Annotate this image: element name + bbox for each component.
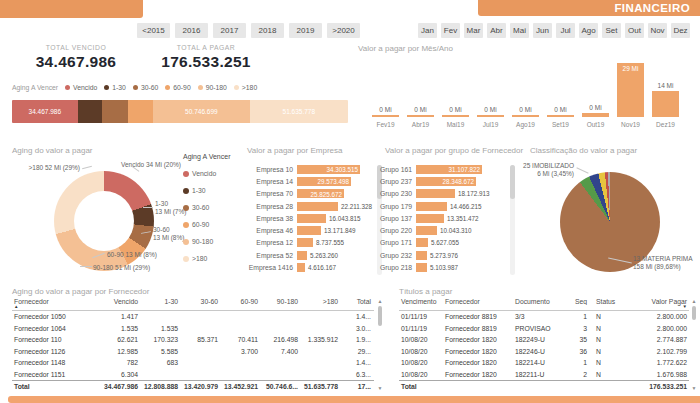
donut-legend-item-90-180[interactable]: 90-180 — [183, 233, 230, 250]
table-row[interactable]: Fornecedor 11516.3046.3... — [12, 369, 374, 381]
bar-Empresa 14[interactable]: 29.573.498 — [297, 177, 351, 186]
donut-legend-item->180[interactable]: >180 — [183, 250, 230, 267]
bar-Fev19[interactable] — [372, 115, 399, 117]
bar-Jul19[interactable] — [477, 115, 504, 117]
year-filter-2018[interactable]: 2018 — [251, 23, 284, 38]
month-filter-Nov[interactable]: Nov — [648, 23, 667, 38]
stacked-segment-30-60[interactable] — [102, 100, 128, 123]
month-filter-Dez[interactable]: Dez — [671, 23, 690, 38]
stacked-segment-1-30[interactable] — [78, 100, 102, 123]
grupo-chart-scrollbar[interactable] — [510, 165, 515, 275]
bar-Empresa 38[interactable] — [297, 214, 326, 223]
month-filter-Mai[interactable]: Mai — [510, 23, 529, 38]
valor-empresa-row-Empresa 46[interactable]: Empresa 4613.171.849 — [240, 224, 380, 236]
valor-grupo-fornecedor-row-Grupo 161[interactable]: Grupo 16131.107.822 — [380, 163, 516, 175]
bar-Dez19[interactable] — [652, 91, 679, 117]
valor-empresa-row-Empresa 12[interactable]: Empresa 128.737.555 — [240, 237, 380, 249]
column-header-Documento[interactable]: Documento — [513, 298, 569, 305]
valor-empresa-row-Empresa 38[interactable]: Empresa 3816.043.815 — [240, 212, 380, 224]
valor-empresa-row-Empresa 52[interactable]: Empresa 525.263.260 — [240, 249, 380, 261]
column-header-Total[interactable]: Total — [340, 298, 373, 305]
bar-Mai19[interactable] — [442, 115, 469, 117]
month-filter-Jul[interactable]: Jul — [556, 23, 575, 38]
bar-Empresa 70[interactable]: 25.825.672 — [297, 189, 344, 198]
bar-Empresa 28[interactable] — [297, 202, 338, 211]
bar-Abr19[interactable] — [407, 115, 434, 117]
bar-Grupo 232[interactable] — [416, 251, 427, 260]
donut-legend-item-60-90[interactable]: 60-90 — [183, 216, 230, 233]
bar-Grupo 171[interactable] — [416, 238, 428, 247]
valor-empresa-row-Empresa 70[interactable]: Empresa 7025.825.672 — [240, 188, 380, 200]
table-row[interactable]: Fornecedor 11062.621170.32385.37170.4112… — [12, 334, 374, 346]
column-header-Vencido[interactable]: Vencido — [100, 298, 140, 305]
table-row[interactable]: Fornecedor 10501.4171.4... — [12, 311, 374, 323]
month-filter-Ago[interactable]: Ago — [579, 23, 598, 38]
month-filter-Set[interactable]: Set — [602, 23, 621, 38]
year-filter-2017[interactable]: 2017 — [213, 23, 246, 38]
valor-empresa-row-Empresa 28[interactable]: Empresa 2822.211.328 — [240, 200, 380, 212]
year-filter-2019[interactable]: 2019 — [289, 23, 322, 38]
column-header-60-90[interactable]: 60-90 — [220, 298, 260, 305]
table-row[interactable]: 10/08/20Fornecedor 1820182249-U35N2.774.… — [399, 334, 689, 346]
month-filter-Abr[interactable]: Abr — [487, 23, 506, 38]
valor-grupo-fornecedor-row-Grupo 230[interactable]: Grupo 23018.172.913 — [380, 188, 516, 200]
year-filter-2016[interactable]: 2016 — [175, 23, 208, 38]
bar-Out19[interactable] — [582, 113, 609, 117]
valor-grupo-fornecedor-row-Grupo 179[interactable]: Grupo 17914.466.215 — [380, 200, 516, 212]
bar-Grupo 237[interactable]: 28.348.672 — [416, 177, 476, 186]
donut-legend-item-30-60[interactable]: 30-60 — [183, 199, 230, 216]
valor-empresa-row-Empresa 14[interactable]: Empresa 1429.573.498 — [240, 175, 380, 187]
bar-Empresa 46[interactable] — [297, 226, 321, 235]
donut-legend-item-Vencido[interactable]: Vencido — [183, 165, 230, 182]
table-row[interactable]: 10/08/20Fornecedor 1820182214-U1N1.772.6… — [399, 357, 689, 369]
bar-Empresa 12[interactable] — [297, 238, 313, 247]
table-row[interactable]: Fornecedor 10641.5351.5353.0... — [12, 323, 374, 335]
column-header-1-30[interactable]: 1-30 — [140, 298, 180, 305]
column-header-30-60[interactable]: 30-60 — [180, 298, 220, 305]
valor-empresa-row-Empresa 1416[interactable]: Empresa 14164.616.167 — [240, 261, 380, 273]
year-filter->2020[interactable]: >2020 — [327, 23, 360, 38]
bar-Empresa 10[interactable]: 34.303.515 — [297, 165, 360, 174]
scroll-down-icon[interactable]: ▼ — [690, 385, 698, 391]
month-filter-Fev[interactable]: Fev — [441, 23, 460, 38]
bar-Ago19[interactable] — [512, 115, 539, 117]
table-row[interactable]: Fornecedor 11487826831.4... — [12, 357, 374, 369]
column-header-Vencimento[interactable]: Vencimento — [399, 298, 443, 305]
scroll-up-icon[interactable]: ▲ — [690, 298, 698, 304]
valor-grupo-fornecedor-row-Grupo 218[interactable]: Grupo 2185.103.987 — [380, 261, 516, 273]
table-row[interactable]: 01/11/19Fornecedor 8819PROVISAO3N2.800.0… — [399, 323, 689, 335]
column-header-Valor Pagar[interactable]: Valor Pagar▼ — [617, 298, 689, 309]
bar-Set19[interactable] — [547, 115, 574, 117]
donut-legend-item-1-30[interactable]: 1-30 — [183, 182, 230, 199]
valor-grupo-fornecedor-row-Grupo 237[interactable]: Grupo 23728.348.672 — [380, 175, 516, 187]
valor-grupo-fornecedor-row-Grupo 137[interactable]: Grupo 13713.351.472 — [380, 212, 516, 224]
table-row[interactable]: 10/08/20Fornecedor 1820182211-U2N1.676.9… — [399, 369, 689, 381]
titulos-table-scrollbar[interactable]: ▲ ▼ — [690, 298, 698, 391]
stacked-segment-60-90[interactable] — [128, 100, 154, 123]
bar-Grupo 161[interactable]: 31.107.822 — [416, 165, 482, 174]
table-row[interactable]: 10/08/20Fornecedor 1820182246-U36N2.102.… — [399, 346, 689, 358]
month-filter-Mar[interactable]: Mar — [464, 23, 483, 38]
column-header-Seq[interactable]: Seq — [569, 298, 589, 305]
valor-grupo-fornecedor-row-Grupo 220[interactable]: Grupo 22010.043.310 — [380, 224, 516, 236]
month-filter-Out[interactable]: Out — [625, 23, 644, 38]
table-row[interactable]: Fornecedor 112612.9855.5853.7007.40029..… — [12, 346, 374, 358]
bar-Grupo 137[interactable] — [416, 214, 444, 223]
table-row[interactable]: 01/11/19Fornecedor 88193/31N2.800.000 — [399, 311, 689, 323]
column-header-Fornecedor[interactable]: Fornecedor — [443, 298, 513, 305]
column-header-Status[interactable]: Status — [589, 298, 617, 305]
scrollbar-thumb[interactable] — [378, 306, 382, 326]
stacked-segment->180[interactable]: 51.635.778 — [250, 100, 348, 123]
scroll-down-icon[interactable]: ▼ — [376, 385, 384, 391]
bar-Empresa 52[interactable] — [297, 251, 307, 260]
scroll-up-icon[interactable]: ▲ — [376, 298, 384, 304]
scrollbar-thumb[interactable] — [510, 165, 515, 199]
valor-empresa-row-Empresa 10[interactable]: Empresa 1034.303.515 — [240, 163, 380, 175]
aging-table-scrollbar[interactable]: ▲ ▼ — [376, 298, 384, 391]
stacked-segment-Vencido[interactable]: 34.467.986 — [12, 100, 78, 123]
bar-Grupo 218[interactable] — [416, 263, 427, 272]
year-filter-<2015[interactable]: <2015 — [137, 23, 170, 38]
column-header->180[interactable]: >180 — [300, 298, 340, 305]
month-filter-Jun[interactable]: Jun — [533, 23, 552, 38]
bar-Nov19[interactable]: 29 Mi — [617, 63, 644, 117]
